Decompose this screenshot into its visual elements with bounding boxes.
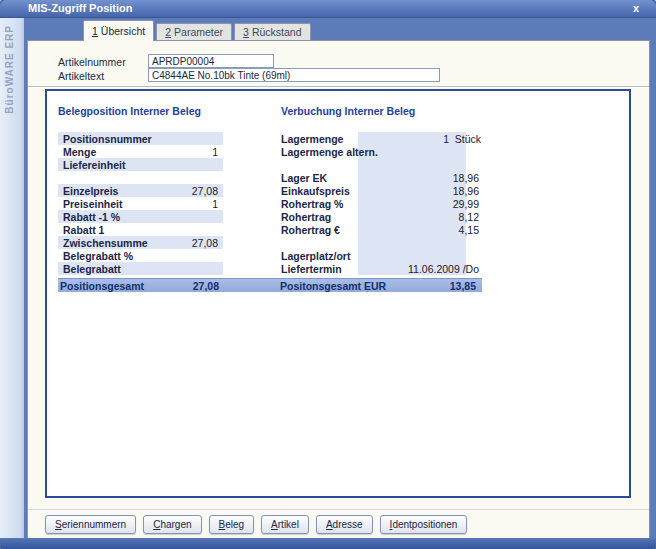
field-row: Lager EK18,96 (281, 171, 487, 184)
titlebar[interactable]: MIS-Zugriff Position x (0, 0, 656, 18)
verbuchung-header: Verbuchung Interner Beleg (281, 105, 415, 117)
field-value: 1 (212, 146, 218, 158)
field-row: Menge1 (58, 145, 223, 158)
field-row: Zwischensumme27,08 (58, 236, 223, 249)
field-value: 18,96 (358, 172, 487, 184)
field-value: 18,96 (358, 185, 487, 197)
tab-label: Parameter (174, 26, 223, 38)
field-row: Liefereinheit (58, 158, 223, 171)
tab-uebersicht[interactable]: 1Übersicht (83, 20, 154, 41)
tab-number: 2 (165, 26, 171, 38)
artikel-button[interactable]: Artikel (261, 515, 309, 534)
field-row: Lagermenge altern. (281, 145, 487, 158)
artikeltext-input[interactable] (148, 68, 440, 82)
field-label: Rabatt -1 % (63, 211, 218, 223)
field-label: Belegrabatt % (63, 250, 218, 262)
field-row: Lagerplatz/ort (281, 249, 487, 262)
tab-label: Rückstand (252, 26, 302, 38)
close-icon: x (633, 2, 639, 14)
field-row: Rabatt -1 % (58, 210, 223, 223)
field-row: Positionsnummer (58, 132, 223, 145)
field-row: Rohertrag %29,99 (281, 197, 487, 210)
row-spacer (58, 171, 223, 184)
row-spacer (281, 236, 487, 249)
artikeltext-label: Artikeltext (58, 70, 104, 82)
close-button[interactable]: x (628, 0, 644, 16)
chargen-button[interactable]: Chargen (143, 515, 201, 534)
field-label: Einzelpreis (63, 185, 192, 197)
action-button-bar: Seriennummern Chargen Beleg Artikel Adre… (45, 515, 467, 534)
field-label: Einkaufspreis (281, 185, 358, 197)
positionsgesamt-eur-label: Positonsgesamt EUR (280, 280, 450, 292)
field-row: Belegrabatt % (58, 249, 223, 262)
window-bottom-frame (0, 538, 656, 549)
field-value: 1 (358, 133, 449, 145)
tab-number: 1 (92, 25, 98, 37)
field-row: Einkaufspreis18,96 (281, 184, 487, 197)
beleg-button[interactable]: Beleg (209, 515, 255, 534)
field-value: 8,12 (358, 211, 487, 223)
tab-parameter[interactable]: 2Parameter (156, 23, 232, 40)
field-value: 1 (212, 198, 218, 210)
adresse-button[interactable]: Adresse (316, 515, 373, 534)
uebersicht-tab-page: Artikelnummer Artikeltext Belegposition … (27, 40, 650, 538)
field-label: Belegrabatt (63, 263, 218, 275)
field-value: 27,08 (192, 237, 218, 249)
field-label: Zwischensumme (63, 237, 192, 249)
identpositionen-button[interactable]: Identpositionen (380, 515, 468, 534)
positionsgesamt-eur-value: 13,85 (450, 280, 482, 292)
field-value: 11.06.2009 /Do (358, 263, 487, 275)
brand-label: BüroWARE ERP (4, 25, 15, 114)
row-spacer (281, 158, 487, 171)
field-label: Rohertrag % (281, 198, 358, 210)
field-label: Rohertrag € (281, 224, 358, 236)
position-detail-panel: Belegposition Interner Beleg Positionsnu… (45, 89, 631, 498)
field-label: Rohertrag (281, 211, 358, 223)
field-label: Rabatt 1 (63, 224, 218, 236)
window-title: MIS-Zugriff Position (28, 2, 132, 14)
field-label: Lager EK (281, 172, 358, 184)
field-label: Lagermenge (281, 133, 358, 145)
section-divider (28, 86, 649, 88)
brand-sidebar: BüroWARE ERP (0, 18, 24, 538)
positionsgesamt-value: 27,08 (163, 280, 219, 292)
seriennummern-button[interactable]: Seriennummern (45, 515, 136, 534)
field-row: Belegrabatt (58, 262, 223, 275)
tab-rueckstand[interactable]: 3Rückstand (234, 23, 310, 40)
artikelnummer-input[interactable] (148, 54, 274, 68)
field-label: Preiseinheit (63, 198, 212, 210)
button-divider (28, 509, 649, 511)
tab-bar: 1Übersicht 2Parameter 3Rückstand (27, 18, 650, 40)
tab-number: 3 (243, 26, 249, 38)
field-label: Liefertermin (281, 263, 358, 275)
positionsgesamt-label: Positionsgesamt (58, 280, 163, 292)
field-value: 27,08 (192, 185, 218, 197)
field-row: Lagermenge1Stück (281, 132, 487, 145)
field-row: Einzelpreis27,08 (58, 184, 223, 197)
field-label: Lagermenge altern. (281, 146, 358, 158)
field-row: Preiseinheit1 (58, 197, 223, 210)
field-unit: Stück (449, 133, 487, 145)
tab-label: Übersicht (101, 25, 145, 37)
field-label: Menge (63, 146, 212, 158)
mis-zugriff-window: MIS-Zugriff Position x BüroWARE ERP 1Übe… (0, 0, 656, 549)
belegposition-header: Belegposition Interner Beleg (58, 105, 201, 117)
artikelnummer-label: Artikelnummer (58, 56, 126, 68)
field-row: Rohertrag8,12 (281, 210, 487, 223)
field-value: 29,99 (358, 198, 487, 210)
field-label: Lagerplatz/ort (281, 250, 358, 262)
field-label: Positionsnummer (63, 133, 218, 145)
field-row: Liefertermin11.06.2009 /Do (281, 262, 487, 275)
totals-band: Positionsgesamt 27,08 Positonsgesamt EUR… (58, 278, 482, 292)
field-label: Liefereinheit (63, 159, 218, 171)
field-row: Rohertrag €4,15 (281, 223, 487, 236)
field-row: Rabatt 1 (58, 223, 223, 236)
field-value: 4,15 (358, 224, 487, 236)
